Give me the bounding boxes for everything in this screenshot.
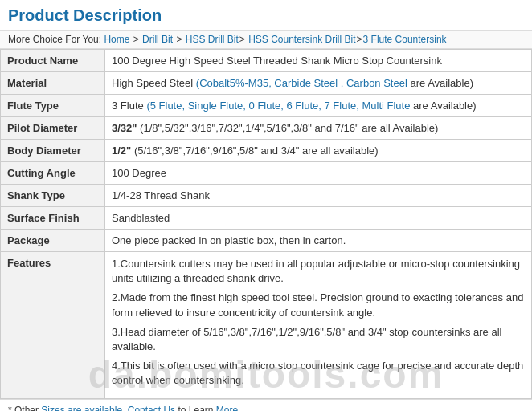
footer-comma: ,	[122, 405, 128, 412]
list-item: 3.Head diameter of 5/16",3/8",7/16",1/2"…	[112, 325, 525, 354]
value-material: High Speed Steel (Cobalt5%-M35, Carbide …	[105, 72, 532, 95]
features-list: 1.Countersink cutters may be used in all…	[112, 257, 525, 389]
footer-static: * Other	[8, 405, 41, 412]
table-row: Cutting Angle 100 Degree	[1, 162, 532, 185]
table-row: Surface Finish Sandblasted	[1, 207, 532, 230]
label-cutting-angle: Cutting Angle	[1, 162, 105, 185]
breadcrumb-prefix: More Choice For You:	[8, 34, 101, 45]
table-row: Pilot Diameter 3/32" (1/8",5/32",3/16",7…	[1, 117, 532, 140]
value-surface-finish: Sandblasted	[105, 207, 532, 230]
breadcrumb-hss-countersink[interactable]: HSS Countersink Drill Bit	[248, 34, 355, 45]
flute-highlighted: (5 Flute, Single Flute, 0 Flute, 6 Flute…	[146, 100, 410, 112]
breadcrumb-3-flute[interactable]: 3 Flute Countersink	[363, 34, 447, 45]
label-product-name: Product Name	[1, 50, 105, 72]
list-item: 4.This bit is often used with a micro st…	[112, 359, 525, 388]
table-row: Flute Type 3 Flute (5 Flute, Single Flut…	[1, 95, 532, 117]
breadcrumb: More Choice For You: Home > Drill Bit > …	[0, 31, 532, 49]
pilot-plain: (1/8",5/32",3/16",7/32",1/4",5/16",3/8" …	[140, 122, 438, 134]
value-shank-type: 1/4-28 Thread Shank	[105, 185, 532, 207]
material-highlighted: (Cobalt5%-M35, Carbide Steel , Carbon St…	[196, 77, 407, 89]
label-flute-type: Flute Type	[1, 95, 105, 117]
main-content: Product Description More Choice For You:…	[0, 0, 532, 411]
breadcrumb-drill-bit[interactable]: Drill Bit	[142, 34, 173, 45]
footer-sizes-link[interactable]: Sizes are available	[41, 405, 122, 412]
table-row: Material High Speed Steel (Cobalt5%-M35,…	[1, 72, 532, 95]
value-cutting-angle: 100 Degree	[105, 162, 532, 185]
table-row: Package One piece packed in on plastic b…	[1, 230, 532, 252]
page-container: Product Description More Choice For You:…	[0, 0, 532, 411]
label-package: Package	[1, 230, 105, 252]
label-pilot-diameter: Pilot Diameter	[1, 117, 105, 140]
table-row-features: Features 1.Countersink cutters may be us…	[1, 252, 532, 399]
body-plain: (5/16",3/8",7/16",9/16",5/8" and 3/4" ar…	[134, 144, 379, 157]
page-title: Product Description	[0, 0, 532, 31]
body-bold: 1/2"	[112, 144, 131, 157]
value-features: 1.Countersink cutters may be used in all…	[105, 252, 532, 399]
table-row: Product Name 100 Degree High Speed Steel…	[1, 50, 532, 72]
table-row: Shank Type 1/4-28 Thread Shank	[1, 185, 532, 207]
value-flute-type: 3 Flute (5 Flute, Single Flute, 0 Flute,…	[105, 95, 532, 117]
value-package: One piece packed in on plastic box, then…	[105, 230, 532, 252]
label-features: Features	[1, 252, 105, 399]
list-item: 2.Made from the finest high speed tool s…	[112, 291, 525, 319]
breadcrumb-home[interactable]: Home	[104, 34, 129, 45]
breadcrumb-hss-drill-bit[interactable]: HSS Drill Bit	[186, 34, 239, 45]
table-row: Body Diameter 1/2" (5/16",3/8",7/16",9/1…	[1, 140, 532, 162]
label-surface-finish: Surface Finish	[1, 207, 105, 230]
label-body-diameter: Body Diameter	[1, 140, 105, 162]
footer-contact-link[interactable]: Contact Us	[128, 405, 175, 412]
material-suffix: are Available)	[410, 77, 473, 89]
footer-note: * Other Sizes are available, Contact Us …	[0, 399, 532, 412]
value-pilot-diameter: 3/32" (1/8",5/32",3/16",7/32",1/4",5/16"…	[105, 117, 532, 140]
description-table: Product Name 100 Degree High Speed Steel…	[0, 49, 532, 399]
footer-to-learn: to Learn	[175, 405, 216, 412]
flute-plain: 3 Flute	[112, 100, 144, 112]
pilot-bold: 3/32"	[112, 122, 137, 134]
label-material: Material	[1, 72, 105, 95]
value-product-name: 100 Degree High Speed Steel Threaded Sha…	[105, 50, 532, 72]
material-plain: High Speed Steel	[112, 77, 193, 89]
flute-suffix: are Available)	[413, 100, 477, 112]
value-body-diameter: 1/2" (5/16",3/8",7/16",9/16",5/8" and 3/…	[105, 140, 532, 162]
footer-more-link[interactable]: More.	[216, 405, 241, 412]
list-item: 1.Countersink cutters may be used in all…	[112, 257, 525, 286]
label-shank-type: Shank Type	[1, 185, 105, 207]
